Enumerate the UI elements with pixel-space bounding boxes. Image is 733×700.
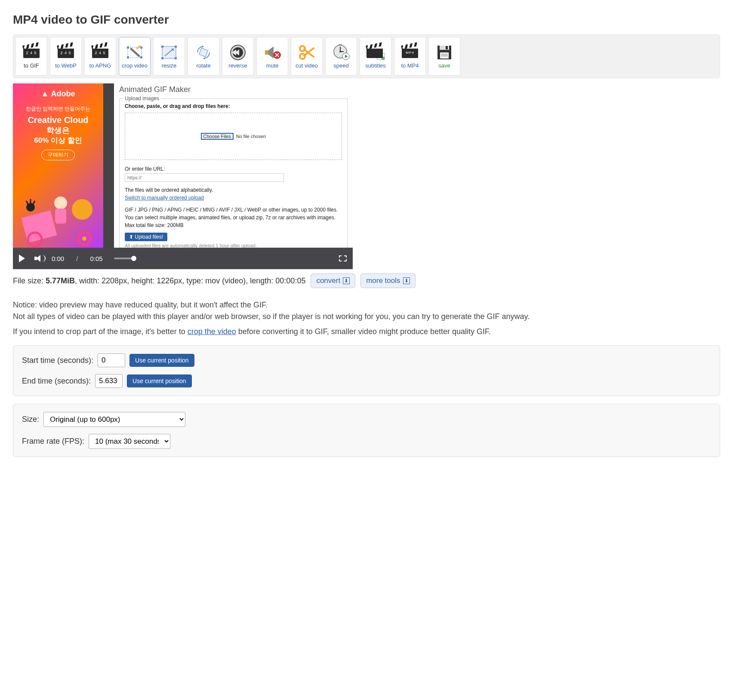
tool-reverse[interactable]: reverse — [222, 37, 254, 76]
ad-text: 한글만 입력하면 만들어주는 — [16, 105, 100, 113]
tool-cut-video[interactable]: cut video — [291, 37, 323, 76]
ad-text: 60% 이상 할인 — [16, 135, 100, 145]
choose-files-button[interactable]: Choose Files — [201, 133, 234, 140]
choose-prompt: Choose, paste, or drag and drop files he… — [125, 103, 342, 109]
use-current-start-button[interactable]: Use current position — [129, 354, 194, 367]
url-input[interactable] — [125, 173, 284, 182]
end-time-label: End time (seconds): — [22, 377, 91, 386]
tool-to-gif[interactable]: 2 4 5to GIF — [15, 37, 47, 76]
scissors-icon — [297, 44, 317, 61]
speed-icon — [331, 44, 351, 61]
tool-mute[interactable]: mute — [256, 37, 288, 76]
ad-banner[interactable]: ▲ Adobe 한글만 입력하면 만들어주는 Creative Cloud 학생… — [13, 83, 103, 249]
progress-bar[interactable] — [114, 258, 134, 259]
switch-order-link[interactable]: Switch to manually ordered upload — [125, 195, 204, 201]
upload-panel: Animated GIF Maker Upload images Choose,… — [114, 83, 353, 248]
dropdown-icon: ⬇ — [343, 277, 350, 284]
tool-resize[interactable]: resize — [153, 37, 185, 76]
tool-label: crop video — [122, 63, 148, 69]
mp4-icon: MP4 — [400, 44, 420, 61]
no-file-label: No file chosen — [236, 134, 266, 139]
floppy-icon — [434, 44, 454, 61]
crop-hint: If you intend to crop part of the image,… — [13, 326, 720, 338]
svg-rect-29 — [441, 54, 448, 55]
dropdown-icon: ⬇ — [403, 277, 410, 284]
file-info-text: File size: 5.77MiB, width: 2208px, heigh… — [13, 276, 305, 286]
output-options-panel: Size: Original (up to 600px) Frame rate … — [13, 404, 720, 457]
svg-rect-35 — [55, 209, 66, 224]
ad-text: 학생은 — [16, 125, 100, 135]
rotate-icon — [194, 44, 213, 61]
tool-to-apng[interactable]: 2 4 5to APNG — [84, 37, 116, 76]
current-time: 0:00 — [52, 255, 64, 262]
tool-to-webp[interactable]: 2 4 5to WebP — [50, 37, 82, 76]
crop-video-link[interactable]: crop the video — [188, 327, 236, 336]
video-preview-area: ▲ Adobe 한글만 입력하면 만들어주는 Creative Cloud 학생… — [13, 83, 720, 269]
tool-label: mute — [266, 63, 279, 69]
subtitles-icon: T+ — [366, 44, 385, 61]
tool-label: reverse — [228, 63, 247, 69]
clapper-icon: 2 4 5 — [56, 44, 76, 61]
reverse-icon — [228, 44, 248, 61]
svg-rect-13 — [265, 50, 268, 55]
toolbar: 2 4 5to GIF 2 4 5to WebP 2 4 5to APNG cr… — [13, 34, 720, 78]
svg-rect-4 — [140, 56, 142, 58]
notice-text: Notice: video preview may have reduced q… — [13, 299, 720, 322]
tool-label: save — [438, 63, 450, 69]
convert-button[interactable]: convert⬇ — [311, 273, 355, 288]
panel-heading: Animated GIF Maker — [119, 85, 348, 94]
fps-select[interactable]: 10 (max 30 seconds) — [89, 434, 170, 449]
ad-cta-button[interactable]: 구매하기 — [41, 150, 75, 160]
upload-button[interactable]: ⬆ Upload files! — [125, 233, 167, 241]
multi-note: You can select multiple images, animated… — [125, 214, 342, 221]
play-button[interactable] — [19, 255, 25, 262]
drop-zone[interactable]: Choose Files No file chosen — [125, 113, 342, 160]
time-range-panel: Start time (seconds): Use current positi… — [13, 345, 720, 396]
svg-rect-7 — [175, 46, 177, 48]
tool-label: speed — [333, 63, 348, 69]
video-player[interactable]: ▲ Adobe 한글만 입력하면 만들어주는 Creative Cloud 학생… — [13, 83, 353, 269]
start-time-label: Start time (seconds): — [22, 356, 93, 365]
tool-label: cut video — [296, 63, 318, 69]
tool-to-mp4[interactable]: MP4to MP4 — [394, 37, 426, 76]
file-info-row: File size: 5.77MiB, width: 2208px, heigh… — [13, 273, 720, 288]
svg-rect-6 — [161, 46, 163, 48]
svg-rect-32 — [21, 210, 57, 243]
time-separator: / — [76, 255, 78, 262]
tool-speed[interactable]: speed — [325, 37, 357, 76]
volume-button[interactable] — [34, 255, 42, 262]
size-select[interactable]: Original (up to 600px) — [43, 412, 185, 427]
more-tools-button[interactable]: more tools⬇ — [360, 273, 415, 288]
autodelete-note: All uploaded files are automatically del… — [125, 243, 342, 248]
fullscreen-button[interactable] — [339, 255, 347, 261]
tool-label: to APNG — [89, 63, 111, 69]
svg-rect-30 — [441, 55, 448, 56]
clapper-icon: 2 4 5 — [90, 44, 110, 61]
tool-subtitles[interactable]: T+subtitles — [360, 37, 391, 76]
tool-label: subtitles — [365, 63, 386, 69]
start-time-input[interactable] — [98, 353, 125, 367]
tool-save[interactable]: save — [428, 37, 460, 76]
svg-rect-8 — [161, 57, 163, 59]
svg-rect-3 — [127, 56, 129, 58]
video-controls: 0:00 / 0:05 — [13, 248, 353, 269]
use-current-end-button[interactable]: Use current position — [127, 375, 192, 387]
svg-point-31 — [72, 199, 92, 220]
tool-label: resize — [162, 63, 177, 69]
tool-label: to GIF — [24, 63, 39, 69]
clapper-icon: 2 4 5 — [22, 44, 41, 61]
tool-rotate[interactable]: rotate — [188, 37, 219, 76]
upload-fieldset: Upload images Choose, paste, or drag and… — [119, 98, 348, 248]
crop-icon — [125, 44, 145, 61]
page-title: MP4 video to GIF converter — [13, 13, 720, 27]
ad-logo: ▲ Adobe — [16, 89, 100, 98]
mute-icon — [262, 44, 282, 61]
tool-crop-video[interactable]: crop video — [119, 37, 151, 76]
svg-rect-1 — [127, 46, 129, 49]
ad-artwork — [15, 184, 102, 248]
end-time-input[interactable] — [95, 374, 123, 388]
size-label: Size: — [22, 415, 39, 424]
formats-note: GIF / JPG / PNG / APNG / HEIC / MNG / AV… — [125, 206, 342, 214]
url-label: Or enter file URL: — [125, 166, 342, 172]
ad-text: Creative Cloud — [16, 115, 100, 125]
